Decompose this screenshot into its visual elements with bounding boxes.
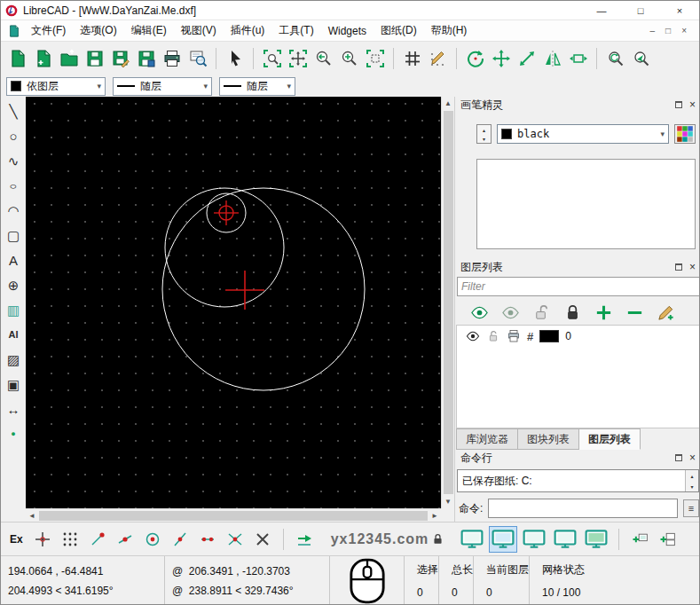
new-file-button[interactable]	[5, 46, 29, 71]
layer-row[interactable]: # 0	[457, 326, 699, 347]
circle-tool[interactable]: ○	[2, 123, 25, 148]
snap-free-button[interactable]	[31, 528, 54, 551]
spin-up-icon[interactable]: ▴	[690, 473, 693, 479]
menu-plugins[interactable]: 插件(u)	[224, 20, 272, 41]
snap-center-button[interactable]	[141, 528, 164, 551]
monitor-view-1-button[interactable]	[459, 527, 485, 552]
point-tool[interactable]: ⊕	[2, 272, 25, 297]
restrict-horizontal-button[interactable]	[293, 528, 316, 551]
tab-block-list[interactable]: 图块列表	[518, 428, 579, 450]
menu-view[interactable]: 视图(V)	[174, 20, 224, 41]
mdi-close-button[interactable]: ×	[681, 26, 687, 35]
pen-color-select[interactable]: black ▾	[497, 124, 669, 144]
mirror-button[interactable]	[540, 46, 564, 71]
close-button[interactable]: ×	[660, 1, 699, 20]
order-tool[interactable]: ▥	[2, 297, 25, 322]
remove-layer-button[interactable]	[623, 301, 646, 324]
drawing-canvas[interactable]	[26, 97, 441, 508]
layer-print-icon[interactable]	[507, 329, 521, 343]
layer-construction-icon[interactable]: #	[527, 330, 533, 343]
node-marker[interactable]: ●	[2, 421, 25, 446]
spin-up-icon[interactable]: ▴	[483, 127, 485, 133]
scroll-up-icon[interactable]: ▲	[442, 97, 454, 110]
line-tool[interactable]: ╲	[2, 98, 25, 123]
print-button[interactable]	[160, 46, 184, 71]
menu-file[interactable]: 文件(F)	[24, 20, 73, 41]
menu-tools[interactable]: 工具(T)	[271, 20, 320, 41]
restrict-nothing-button[interactable]	[251, 528, 274, 551]
fly-view-button[interactable]	[629, 46, 653, 71]
menu-drawings[interactable]: 图纸(D)	[374, 20, 424, 41]
menu-widgets[interactable]: Widgets	[321, 22, 374, 40]
pen-linetype-combo[interactable]: 随层 ▾	[219, 77, 295, 96]
canvas-vertical-scrollbar[interactable]: ▲ ▼	[441, 97, 454, 508]
new-from-template-button[interactable]	[31, 46, 55, 71]
float-dock-icon[interactable]	[675, 454, 682, 461]
menu-edit[interactable]: 编辑(E)	[124, 20, 174, 41]
snap-middle-button[interactable]	[169, 528, 192, 551]
pen-color-combo[interactable]: 依图层 ▾	[6, 77, 106, 96]
monitor-view-5-button[interactable]	[583, 527, 610, 552]
print-preview-button[interactable]	[185, 46, 209, 71]
close-dock-icon[interactable]: ×	[689, 452, 696, 463]
pen-width-spinbox[interactable]: ▴▾	[476, 124, 492, 144]
spin-down-icon[interactable]: ▾	[690, 483, 693, 490]
command-history[interactable]: 已保存图纸: C: ▴▾	[457, 469, 699, 492]
close-dock-icon[interactable]: ×	[689, 262, 696, 272]
scroll-down-icon[interactable]: ▼	[442, 495, 454, 508]
spline-tool[interactable]: ∿	[2, 148, 25, 173]
scale-button[interactable]	[515, 46, 539, 71]
hatch-tool[interactable]: ▨	[2, 347, 25, 372]
save-as-button[interactable]	[108, 46, 132, 71]
text-tool[interactable]: AI	[2, 322, 25, 347]
snap-on-entity-button[interactable]	[114, 528, 137, 551]
menu-options[interactable]: 选项(O)	[73, 20, 123, 41]
layer-lock-icon[interactable]	[486, 329, 500, 343]
show-all-layers-button[interactable]	[468, 301, 491, 324]
layer-color-swatch[interactable]	[539, 330, 559, 342]
snap-distance-button[interactable]	[196, 528, 219, 551]
redraw-button[interactable]	[603, 46, 627, 71]
save-all-button[interactable]	[134, 46, 158, 71]
monitor-view-4-button[interactable]	[552, 527, 578, 552]
lock-all-layers-button[interactable]	[561, 301, 584, 324]
layer-filter-input[interactable]	[457, 277, 700, 296]
pen-preview-list[interactable]	[476, 159, 696, 249]
scroll-left-icon[interactable]: ◄	[26, 509, 38, 522]
layer-name[interactable]: 0	[565, 330, 571, 342]
float-dock-icon[interactable]	[675, 101, 682, 108]
zoom-previous-button[interactable]	[311, 46, 335, 71]
horizontal-scroll-thumb[interactable]	[39, 511, 428, 521]
unlock-all-layers-button[interactable]	[530, 301, 553, 324]
tab-library-browser[interactable]: 库浏览器	[456, 428, 518, 450]
snap-grid-button[interactable]	[59, 528, 82, 551]
exclusive-snap-button[interactable]: Ex	[6, 533, 27, 546]
grid-toggle-button[interactable]	[400, 46, 424, 71]
dimension-tool[interactable]: ↔	[2, 397, 25, 421]
add-layer-button[interactable]	[592, 301, 615, 324]
rotate-button[interactable]	[463, 46, 487, 71]
history-spinner[interactable]: ▴▾	[685, 470, 698, 491]
document-icon[interactable]	[4, 25, 24, 37]
zoom-pan-button[interactable]	[286, 46, 310, 71]
vertical-scroll-thumb[interactable]	[444, 111, 453, 494]
color-picker-button[interactable]	[674, 124, 696, 144]
new-window-button[interactable]	[628, 528, 651, 551]
maximize-button[interactable]: □	[621, 1, 660, 20]
close-dock-icon[interactable]: ×	[689, 99, 696, 110]
snap-intersection-button[interactable]	[224, 528, 247, 551]
layer-visible-icon[interactable]	[466, 329, 480, 343]
tile-windows-button[interactable]	[656, 528, 679, 551]
menu-help[interactable]: 帮助(H)	[424, 20, 475, 41]
command-input[interactable]	[488, 499, 678, 518]
pen-width-combo[interactable]: 随层 ▾	[113, 77, 212, 96]
zoom-auto-button[interactable]	[363, 46, 387, 71]
float-dock-icon[interactable]	[675, 263, 682, 271]
image-tool[interactable]: ▣	[2, 372, 25, 397]
save-button[interactable]	[83, 46, 106, 71]
stretch-button[interactable]	[566, 46, 590, 71]
zoom-window-button[interactable]	[260, 46, 284, 71]
select-window-tool[interactable]: ▢	[2, 223, 25, 248]
mdi-minimize-button[interactable]: –	[650, 26, 656, 35]
zoom-in-button[interactable]	[337, 46, 361, 71]
